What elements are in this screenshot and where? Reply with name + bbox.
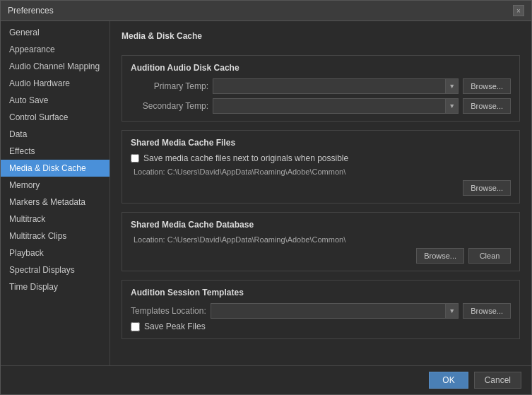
- session-templates-section: Audition Session Templates Templates Loc…: [122, 280, 520, 339]
- primary-temp-browse-button[interactable]: Browse...: [463, 78, 511, 94]
- shared-media-cache-files-title: Shared Media Cache Files: [131, 138, 511, 148]
- save-media-cache-row: Save media cache files next to originals…: [131, 153, 511, 163]
- sidebar-item-memory[interactable]: Memory: [1, 177, 110, 194]
- shared-media-cache-db-location: Location: C:\Users\David\AppData\Roaming…: [134, 235, 511, 244]
- sidebar-item-audio-hardware[interactable]: Audio Hardware: [1, 75, 110, 92]
- save-peak-files-checkbox[interactable]: [131, 322, 140, 331]
- dialog-content: GeneralAppearanceAudio Channel MappingAu…: [1, 21, 531, 365]
- templates-location-dropdown[interactable]: [211, 303, 446, 319]
- sidebar-item-media-&-disk-cache[interactable]: Media & Disk Cache: [1, 160, 110, 177]
- sidebar-item-effects[interactable]: Effects: [1, 143, 110, 160]
- sidebar-item-multitrack-clips[interactable]: Multitrack Clips: [1, 228, 110, 244]
- primary-temp-arrow[interactable]: ▼: [446, 78, 459, 94]
- templates-location-arrow[interactable]: ▼: [446, 303, 459, 319]
- ok-button[interactable]: OK: [429, 372, 468, 389]
- templates-location-browse-button[interactable]: Browse...: [463, 303, 511, 319]
- sidebar-item-spectral-displays[interactable]: Spectral Displays: [1, 261, 110, 278]
- sidebar-item-playback[interactable]: Playback: [1, 244, 110, 261]
- preferences-dialog: Preferences × GeneralAppearanceAudio Cha…: [0, 0, 532, 395]
- cancel-button[interactable]: Cancel: [474, 372, 521, 389]
- main-content: Media & Disk Cache Audition Audio Disk C…: [110, 21, 531, 365]
- close-button[interactable]: ×: [513, 5, 524, 16]
- primary-temp-dropdown[interactable]: [213, 78, 446, 94]
- save-media-cache-label: Save media cache files next to originals…: [143, 153, 348, 163]
- templates-location-dropdown-group: ▼: [211, 303, 459, 319]
- secondary-temp-dropdown-group: ▼: [213, 98, 459, 114]
- secondary-temp-dropdown[interactable]: [213, 98, 446, 114]
- title-bar: Preferences ×: [1, 1, 531, 21]
- templates-location-label: Templates Location:: [131, 306, 206, 316]
- browse-clean-row: Browse... Clean: [131, 248, 511, 264]
- sidebar-item-control-surface[interactable]: Control Surface: [1, 109, 110, 126]
- audition-disk-cache-section: Audition Audio Disk Cache Primary Temp: …: [122, 55, 520, 122]
- sidebar-item-multitrack[interactable]: Multitrack: [1, 211, 110, 228]
- secondary-temp-row: Secondary Temp: ▼ Browse...: [131, 98, 511, 114]
- primary-temp-dropdown-group: ▼: [213, 78, 459, 94]
- clean-button[interactable]: Clean: [468, 248, 511, 264]
- dialog-footer: OK Cancel: [1, 365, 531, 394]
- sidebar-item-general[interactable]: General: [1, 24, 110, 41]
- page-title: Media & Disk Cache: [122, 31, 520, 41]
- secondary-temp-label: Secondary Temp:: [131, 101, 208, 111]
- sidebar: GeneralAppearanceAudio Channel MappingAu…: [1, 21, 110, 365]
- shared-media-cache-db-section: Shared Media Cache Database Location: C:…: [122, 212, 520, 271]
- secondary-temp-browse-button[interactable]: Browse...: [463, 98, 511, 114]
- primary-temp-label: Primary Temp:: [131, 81, 208, 91]
- save-media-cache-checkbox[interactable]: [131, 154, 139, 163]
- templates-location-row: Templates Location: ▼ Browse...: [131, 303, 511, 319]
- sidebar-item-appearance[interactable]: Appearance: [1, 41, 110, 58]
- sidebar-item-auto-save[interactable]: Auto Save: [1, 92, 110, 109]
- sidebar-item-data[interactable]: Data: [1, 126, 110, 143]
- sidebar-item-markers-&-metadata[interactable]: Markers & Metadata: [1, 194, 110, 211]
- shared-media-cache-files-section: Shared Media Cache Files Save media cach…: [122, 130, 520, 204]
- save-peak-row: Save Peak Files: [131, 322, 511, 331]
- secondary-temp-arrow[interactable]: ▼: [446, 98, 459, 114]
- shared-media-cache-db-title: Shared Media Cache Database: [131, 220, 511, 230]
- audition-disk-cache-title: Audition Audio Disk Cache: [131, 63, 511, 73]
- shared-media-cache-db-browse-button[interactable]: Browse...: [416, 248, 464, 264]
- dialog-title: Preferences: [8, 6, 54, 16]
- shared-media-cache-browse-button[interactable]: Browse...: [463, 180, 511, 196]
- save-peak-files-label: Save Peak Files: [144, 322, 206, 331]
- sidebar-item-time-display[interactable]: Time Display: [1, 278, 110, 295]
- shared-media-cache-location: Location: C:\Users\David\AppData\Roaming…: [134, 167, 511, 176]
- primary-temp-row: Primary Temp: ▼ Browse...: [131, 78, 511, 94]
- shared-media-cache-browse-row: Browse...: [131, 180, 511, 196]
- session-templates-title: Audition Session Templates: [131, 288, 511, 297]
- sidebar-item-audio-channel-mapping[interactable]: Audio Channel Mapping: [1, 58, 110, 75]
